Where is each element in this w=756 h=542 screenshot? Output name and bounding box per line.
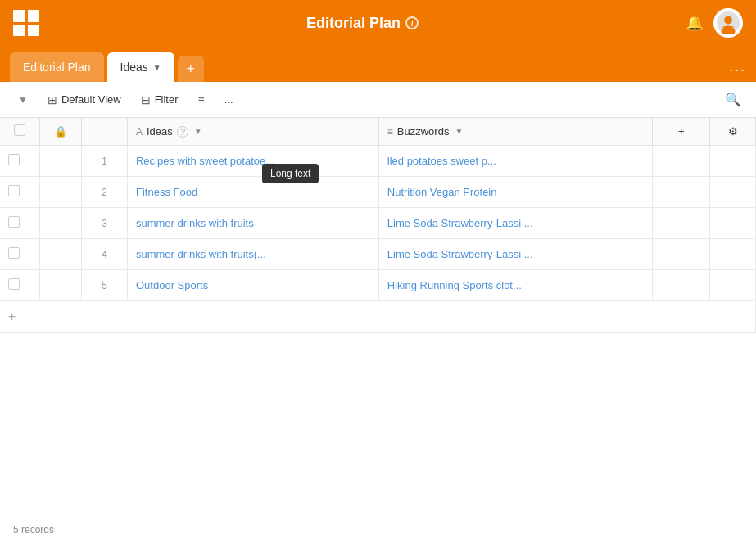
tabs-more-button[interactable]: ...: [729, 58, 746, 82]
title-text: Editorial Plan: [306, 15, 401, 32]
row-lock: [39, 239, 82, 270]
table-row: 2 Fitness Food Nutrition Vegan Protein: [0, 177, 756, 208]
row-5-ideas[interactable]: Outdoor Sports: [127, 270, 378, 301]
row-checkbox: [0, 146, 39, 177]
group-icon: ≡: [198, 93, 205, 106]
tab-ideas-chevron: ▼: [153, 63, 161, 72]
avatar[interactable]: [713, 8, 743, 38]
table-row: 1 Recipes with sweet potatoe... lled pot…: [0, 146, 756, 177]
main-table: 🔒 A Ideas ? ▼ ≡ Buzzw: [0, 118, 756, 333]
grid-icon[interactable]: [13, 10, 39, 36]
row-1-checkbox[interactable]: [8, 154, 20, 165]
bell-icon[interactable]: 🔔: [686, 14, 704, 32]
lock-icon: 🔒: [54, 125, 67, 138]
default-view-label: Default View: [61, 93, 121, 106]
tab-editorial-plan[interactable]: Editorial Plan: [10, 52, 104, 82]
view-icon: ⊞: [48, 93, 57, 106]
row-5-settings: [710, 270, 756, 301]
table-row: 3 summer drinks with fruits Lime Soda St…: [0, 208, 756, 239]
add-row: +: [0, 301, 756, 333]
row-1-buzzwords-text: lled potatoes sweet p...: [387, 155, 496, 167]
row-checkbox: [0, 208, 39, 239]
row-5-num: 5: [82, 270, 128, 301]
info-icon[interactable]: i: [405, 16, 419, 29]
row-2-ideas-text: Fitness Food: [136, 186, 197, 198]
row-lock: [39, 146, 82, 177]
toolbar: ▼ ⊞ Default View ⊟ Filter ≡ ... 🔍: [0, 82, 756, 118]
row-checkbox: [0, 270, 39, 301]
buzzwords-col-icon: ≡: [387, 126, 393, 138]
tab-ideas-label: Ideas: [120, 61, 148, 74]
row-1-num: 1: [82, 146, 128, 177]
svg-point-1: [724, 16, 732, 25]
row-4-buzzwords-text: Lime Soda Strawberry-Lassi ...: [387, 248, 533, 260]
filter-button[interactable]: ⊟ Filter: [133, 89, 187, 111]
th-checkbox: [0, 118, 39, 146]
th-add-col[interactable]: +: [653, 118, 710, 146]
toolbar-more-button[interactable]: ...: [216, 89, 242, 110]
top-header: Editorial Plan i 🔔: [0, 0, 756, 46]
add-tab-button[interactable]: +: [178, 56, 204, 82]
row-checkbox: [0, 239, 39, 270]
row-4-ideas[interactable]: summer drinks with fruits(...: [127, 239, 378, 270]
ideas-help-icon[interactable]: ?: [177, 126, 188, 138]
th-rownum: [82, 118, 128, 146]
row-2-checkbox[interactable]: [8, 185, 20, 196]
row-3-checkbox[interactable]: [8, 216, 20, 228]
table-row: 4 summer drinks with fruits(... Lime Sod…: [0, 239, 756, 270]
row-3-num: 3: [82, 208, 128, 239]
row-1-settings: [710, 146, 756, 177]
select-all-checkbox[interactable]: [14, 124, 25, 136]
filter-icon: ⊟: [141, 93, 151, 106]
row-4-checkbox[interactable]: [8, 247, 20, 259]
row-4-extra: [653, 239, 710, 270]
row-4-settings: [710, 239, 756, 270]
row-3-ideas-text: summer drinks with fruits: [136, 217, 254, 229]
search-button[interactable]: 🔍: [720, 87, 746, 112]
row-1-buzzwords: lled potatoes sweet p... Long text: [378, 146, 653, 177]
header-right: 🔔: [686, 8, 743, 38]
row-3-extra: [653, 208, 710, 239]
default-view-button[interactable]: ⊞ Default View: [39, 89, 129, 111]
footer: 5 records: [0, 517, 756, 542]
collapse-button[interactable]: ▼: [10, 90, 36, 110]
row-2-buzzwords-text: Nutrition Vegan Protein: [387, 186, 497, 198]
filter-label: Filter: [155, 93, 179, 106]
ideas-col-label: Ideas: [147, 125, 173, 138]
toolbar-more-dots: ...: [224, 93, 233, 106]
add-col-icon: +: [678, 125, 685, 138]
row-2-ideas[interactable]: Fitness Food: [127, 177, 378, 208]
row-2-settings: [710, 177, 756, 208]
row-lock: [39, 208, 82, 239]
row-2-buzzwords: Nutrition Vegan Protein: [378, 177, 653, 208]
row-checkbox: [0, 177, 39, 208]
tab-ideas[interactable]: Ideas ▼: [107, 52, 174, 82]
row-3-ideas[interactable]: summer drinks with fruits: [127, 208, 378, 239]
row-4-buzzwords: Lime Soda Strawberry-Lassi ...: [378, 239, 653, 270]
ideas-col-chevron[interactable]: ▼: [194, 127, 202, 136]
row-1-ideas[interactable]: Recipes with sweet potatoe...: [127, 146, 378, 177]
row-5-buzzwords: Hiking Running Sports clot...: [378, 270, 653, 301]
row-5-checkbox[interactable]: [8, 278, 20, 290]
table-container: 🔒 A Ideas ? ▼ ≡ Buzzw: [0, 118, 756, 517]
group-button[interactable]: ≡: [190, 89, 213, 111]
add-record-cell[interactable]: +: [0, 301, 756, 333]
th-settings[interactable]: ⚙: [710, 118, 756, 146]
table-row: 5 Outdoor Sports Hiking Running Sports c…: [0, 270, 756, 301]
row-2-num: 2: [82, 177, 128, 208]
records-count: 5 records: [13, 524, 54, 535]
row-1-ideas-text: Recipes with sweet potatoe...: [136, 155, 274, 167]
buzzwords-col-chevron[interactable]: ▼: [455, 127, 463, 136]
row-3-buzzwords: Lime Soda Strawberry-Lassi ...: [378, 208, 653, 239]
row-5-extra: [653, 270, 710, 301]
row-4-num: 4: [82, 239, 128, 270]
row-3-buzzwords-text: Lime Soda Strawberry-Lassi ...: [387, 217, 533, 229]
header-left: [13, 10, 39, 36]
add-tab-label: +: [186, 61, 195, 78]
tab-bar: Editorial Plan Ideas ▼ + ...: [0, 46, 756, 82]
settings-icon: ⚙: [728, 125, 738, 138]
tab-editorial-label: Editorial Plan: [23, 61, 91, 74]
row-lock: [39, 177, 82, 208]
row-2-extra: [653, 177, 710, 208]
row-5-ideas-text: Outdoor Sports: [136, 279, 208, 291]
